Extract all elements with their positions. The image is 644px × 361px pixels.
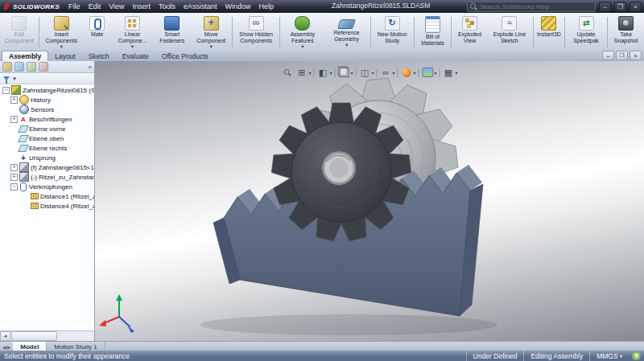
- filter-icon[interactable]: [3, 76, 10, 80]
- bill-of-materials-button[interactable]: Bill of Materials: [415, 14, 451, 51]
- tab-scroll-right-icon[interactable]: ▶: [7, 344, 11, 350]
- chevron-down-icon[interactable]: ▾: [456, 70, 458, 76]
- chevron-down-icon[interactable]: ▾: [414, 70, 416, 76]
- feature-tree: ZahnstangeRitzel0815 (Standar History Se…: [0, 84, 94, 330]
- menu-tools[interactable]: Tools: [155, 1, 180, 12]
- tree-item-root[interactable]: ZahnstangeRitzel0815 (Standar: [0, 85, 94, 95]
- tab-scroll-left-icon[interactable]: ◀: [2, 344, 6, 350]
- configuration-manager-tab-icon[interactable]: [27, 62, 36, 72]
- chevron-down-icon[interactable]: ▼: [130, 45, 134, 49]
- menu-eassistant[interactable]: eAssistant: [180, 1, 221, 12]
- reference-geometry-button[interactable]: Reference Geometry ▼: [324, 14, 369, 51]
- dimxpert-manager-tab-icon[interactable]: [39, 62, 48, 72]
- chevron-down-icon[interactable]: ▼: [209, 45, 213, 49]
- new-motion-study-button[interactable]: New Motion Study: [372, 14, 413, 51]
- chevron-down-icon[interactable]: ▾: [371, 70, 374, 76]
- ribbon-divider: [370, 17, 371, 47]
- assembly-features-button[interactable]: Assembly Features ▼: [281, 14, 324, 51]
- menu-insert[interactable]: Insert: [129, 1, 155, 12]
- take-snapshot-button[interactable]: Take Snapshot: [609, 14, 643, 51]
- show-hidden-components-button[interactable]: Show Hidden Components: [233, 14, 279, 51]
- tree-item-origin[interactable]: + Ursprung: [0, 153, 94, 162]
- doc-close-button[interactable]: ×: [630, 51, 642, 60]
- explode-line-sketch-button[interactable]: Explode Line Sketch: [487, 14, 532, 51]
- graphics-viewport[interactable]: ⊞ ▾ ◧ ▾ ▾ ◫ ▾ ∞ ▾ ▾ ▾: [95, 61, 644, 341]
- 3d-model-canvas[interactable]: [95, 61, 644, 341]
- smart-fasteners-icon: [164, 16, 180, 31]
- smart-fasteners-button[interactable]: Smart Fasteners: [153, 14, 191, 51]
- menu-help[interactable]: Help: [255, 1, 279, 12]
- scroll-left-icon[interactable]: ◄: [0, 331, 10, 341]
- feature-tree-tab-icon[interactable]: [2, 62, 12, 72]
- expand-icon[interactable]: [10, 96, 18, 104]
- tree-item-distance1-mate[interactable]: Distance1 (Ritzel_zu_Zah: [0, 191, 94, 201]
- doc-minimize-button[interactable]: –: [602, 51, 614, 60]
- zoom-fit-icon[interactable]: [281, 67, 293, 78]
- tree-item-mates-folder[interactable]: Verknüpfungen: [0, 182, 94, 191]
- chevron-down-icon[interactable]: ▾: [350, 70, 353, 76]
- mate-icon: [89, 16, 105, 31]
- edit-appearance-icon[interactable]: [401, 67, 413, 78]
- expand-icon[interactable]: [10, 174, 18, 181]
- tab-office-products[interactable]: Office Products: [155, 51, 215, 61]
- menu-view[interactable]: View: [105, 1, 128, 12]
- section-view-icon[interactable]: ◧: [316, 67, 328, 78]
- expand-icon[interactable]: [2, 87, 10, 94]
- insert-components-button[interactable]: Insert Components ▼: [40, 14, 83, 51]
- tree-item-top-plane[interactable]: Ebene oben: [0, 133, 94, 143]
- chevron-down-icon[interactable]: ▾: [393, 70, 395, 76]
- tree-item-ritzel-component[interactable]: (-) Ritzel_zu_Zahnstange081: [0, 172, 94, 182]
- zoom-area-icon[interactable]: ⊞: [295, 67, 308, 78]
- scrollbar-thumb[interactable]: [11, 331, 57, 341]
- chevron-down-icon[interactable]: ▾: [308, 70, 311, 76]
- chevron-down-icon[interactable]: ▼: [60, 45, 64, 49]
- move-component-button[interactable]: Move Component ▼: [191, 14, 231, 51]
- linear-component-pattern-button[interactable]: Linear Compone... ▼: [112, 14, 154, 51]
- menu-file[interactable]: File: [64, 1, 85, 12]
- apply-scene-icon[interactable]: [422, 67, 434, 78]
- tree-item-history[interactable]: History: [0, 95, 94, 105]
- property-manager-tab-icon[interactable]: [14, 62, 24, 72]
- units-selector[interactable]: MMGS ▾: [589, 351, 629, 361]
- view-settings-icon[interactable]: ▦: [443, 67, 455, 78]
- tree-item-annotations[interactable]: A Beschriftungen: [0, 114, 94, 124]
- display-style-icon[interactable]: ◫: [358, 67, 370, 78]
- tree-horizontal-scrollbar[interactable]: ◄: [0, 330, 94, 341]
- tree-item-sensors[interactable]: Sensors: [0, 105, 94, 114]
- status-bar: Select entities to modify their appearan…: [0, 351, 644, 361]
- doc-restore-button[interactable]: ❐: [616, 51, 628, 60]
- restore-button[interactable]: ❐: [614, 2, 626, 12]
- minimize-button[interactable]: –: [599, 2, 611, 12]
- quick-tips-help-icon[interactable]: ?: [632, 351, 641, 360]
- tab-evaluate[interactable]: Evaluate: [116, 51, 155, 61]
- menu-edit[interactable]: Edit: [85, 1, 105, 12]
- exploded-view-button[interactable]: Exploded View: [452, 14, 487, 51]
- chevron-down-icon[interactable]: ▾: [329, 70, 332, 76]
- tab-assembly[interactable]: Assembly: [2, 51, 48, 61]
- tree-item-right-plane[interactable]: Ebene rechts: [0, 143, 94, 153]
- hide-show-items-icon[interactable]: ∞: [380, 67, 392, 78]
- tree-item-distance4-mate[interactable]: Distance4 (Ritzel_zu_Zah: [0, 201, 94, 211]
- panel-expand-icon[interactable]: »: [89, 64, 92, 71]
- chevron-down-icon[interactable]: ▼: [300, 45, 304, 49]
- expand-icon[interactable]: [10, 183, 18, 191]
- expand-icon[interactable]: [10, 164, 18, 171]
- close-button[interactable]: ×: [630, 2, 642, 12]
- tab-sketch[interactable]: Sketch: [82, 51, 116, 61]
- mate-button[interactable]: Mate: [83, 14, 112, 51]
- edit-component-button[interactable]: Edit Component: [1, 14, 38, 51]
- menu-window[interactable]: Window: [221, 1, 255, 12]
- chevron-down-icon[interactable]: ▾: [435, 70, 437, 76]
- filter-dropdown-icon[interactable]: ▼: [12, 76, 17, 81]
- tree-item-front-plane[interactable]: Ebene vorne: [0, 124, 94, 133]
- expand-icon[interactable]: [10, 116, 18, 123]
- tree-item-zahnstange-component[interactable]: (f) Zahnstange0815<1> (Stan: [0, 162, 94, 172]
- search-input[interactable]: [480, 3, 592, 10]
- instant3d-button[interactable]: Instant3D: [535, 14, 564, 51]
- view-orientation-icon[interactable]: [337, 67, 349, 78]
- help-search-box[interactable]: [467, 2, 596, 12]
- update-speedpak-button[interactable]: Update Speedpak: [566, 14, 606, 51]
- chevron-down-icon[interactable]: ▼: [345, 43, 349, 47]
- command-tab-strip: Assembly Layout Sketch Evaluate Office P…: [0, 50, 644, 61]
- tab-layout[interactable]: Layout: [48, 51, 82, 61]
